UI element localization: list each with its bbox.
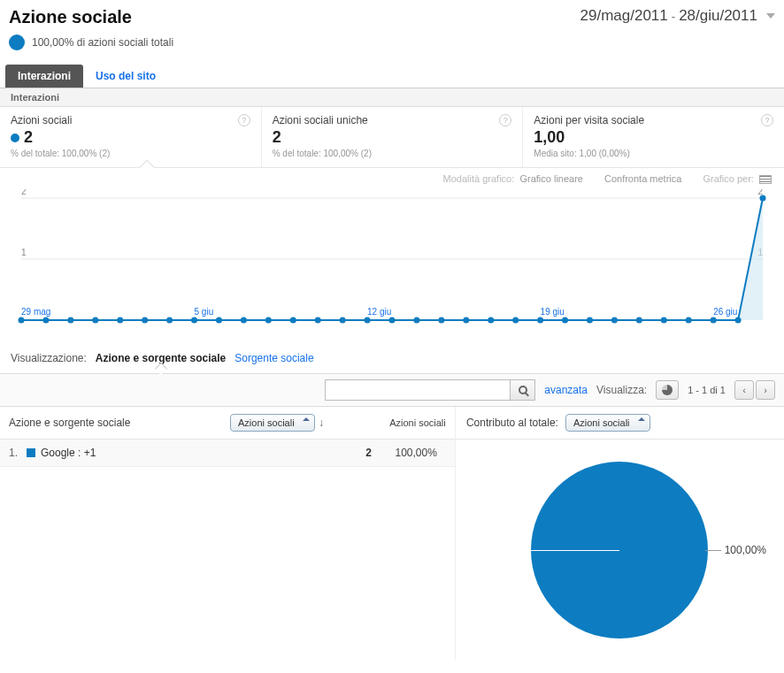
chart-per-label: Grafico per:	[703, 173, 753, 184]
visualization-label: Visualizzazione:	[11, 352, 87, 364]
metric-azioni-per-visita[interactable]: Azioni per visita sociale ? 1,00 Media s…	[523, 107, 784, 167]
pie-slice	[531, 462, 708, 639]
pie-label: 100,00%	[705, 544, 766, 556]
date-separator: -	[672, 10, 675, 23]
row-value: 2	[230, 447, 389, 459]
table-control-bar: avanzata Visualizza: 1 - 1 di 1 ‹ ›	[0, 373, 784, 407]
svg-point-33	[661, 317, 667, 324]
compare-metric-link[interactable]: Confronta metrica	[604, 173, 681, 184]
visualize-label: Visualizza:	[596, 384, 647, 396]
chart-mode-value[interactable]: Grafico lineare	[519, 173, 583, 184]
next-button[interactable]: ›	[756, 380, 775, 400]
svg-point-35	[711, 317, 717, 324]
pie-chart[interactable]: 100,00%	[456, 440, 784, 661]
viz-option-link[interactable]: Sorgente sociale	[234, 352, 313, 364]
chart-controls: Modalità grafico: Grafico lineare Confro…	[0, 168, 784, 189]
subtab-interazioni[interactable]: Interazioni	[0, 88, 784, 107]
svg-point-37	[760, 195, 766, 202]
series-color-icon	[27, 448, 35, 457]
row-index: 1.	[9, 447, 27, 459]
tab-interazioni[interactable]: Interazioni	[5, 65, 83, 88]
svg-text:1: 1	[21, 248, 27, 257]
svg-point-20	[340, 317, 346, 324]
tab-uso-del-sito[interactable]: Uso del sito	[83, 65, 168, 88]
svg-point-14	[191, 317, 197, 324]
metric-label: Azioni sociali uniche	[273, 114, 368, 126]
metric-label: Azioni per visita sociale	[534, 114, 644, 126]
prev-button[interactable]: ‹	[734, 380, 754, 400]
svg-point-17	[265, 317, 272, 324]
row-source: Google : +1	[41, 447, 96, 459]
help-icon[interactable]: ?	[499, 114, 511, 126]
line-chart[interactable]: 112229 mag5 giu12 giu19 giu26 giu	[0, 189, 784, 340]
svg-point-9	[67, 317, 73, 324]
page-title: Azione sociale	[9, 7, 132, 27]
svg-point-19	[315, 317, 321, 324]
svg-text:26 giu: 26 giu	[713, 307, 737, 317]
svg-point-13	[166, 317, 173, 324]
table-header: Azione e sorgente sociale Azioni sociali…	[0, 407, 455, 440]
svg-point-32	[636, 317, 642, 324]
main-tabs: Interazioni Uso del sito	[0, 65, 784, 88]
svg-point-23	[413, 317, 419, 324]
metric-label: Azioni sociali	[11, 114, 72, 126]
search-button[interactable]	[511, 379, 535, 401]
svg-point-34	[686, 317, 692, 324]
search-icon	[519, 386, 527, 394]
svg-point-29	[562, 317, 568, 324]
advanced-link[interactable]: avanzata	[544, 384, 588, 396]
chart-mode-label: Modalità grafico:	[443, 173, 515, 184]
svg-text:12 giu: 12 giu	[367, 307, 391, 317]
metrics-row: Azioni sociali ? 2 % del totale: 100,00%…	[0, 107, 784, 168]
svg-point-30	[587, 317, 593, 324]
svg-text:2: 2	[21, 189, 27, 196]
svg-point-10	[92, 317, 98, 324]
metric-dot-icon	[11, 134, 19, 142]
metric-select-primary[interactable]: Azioni sociali	[230, 414, 315, 432]
subtitle-text: 100,00% di azioni sociali totali	[32, 36, 173, 49]
metric-sub: % del totale: 100,00% (2)	[11, 149, 250, 158]
svg-point-26	[488, 317, 494, 324]
svg-point-28	[537, 317, 543, 324]
svg-point-22	[389, 317, 396, 324]
col-header-actions[interactable]: Azioni sociali	[389, 417, 446, 428]
metric-azioni-sociali-uniche[interactable]: Azioni sociali uniche ? 2 % del totale: …	[262, 107, 524, 167]
metric-value: 2	[273, 128, 281, 147]
metric-sub: Media sito: 1,00 (0,00%)	[534, 149, 773, 158]
svg-point-25	[463, 317, 469, 324]
svg-point-8	[42, 317, 49, 324]
series-dot-icon	[9, 34, 25, 50]
svg-point-15	[216, 317, 222, 324]
metric-sub: % del totale: 100,00% (2)	[273, 149, 512, 158]
leader-line-icon	[705, 550, 721, 551]
sort-down-icon[interactable]: ↓	[319, 417, 324, 429]
col-header-source[interactable]: Azione e sorgente sociale	[9, 417, 230, 429]
visualize-pie-button[interactable]	[656, 380, 679, 400]
help-icon[interactable]: ?	[761, 114, 773, 126]
date-from: 29/mag/2011	[580, 7, 668, 25]
metric-azioni-sociali[interactable]: Azioni sociali ? 2 % del totale: 100,00%…	[0, 107, 262, 167]
table-row[interactable]: 1. Google : +1 2 100,00%	[0, 440, 455, 467]
viz-option-active[interactable]: Azione e sorgente sociale	[96, 352, 226, 364]
metric-value: 1,00	[534, 128, 565, 147]
search-input[interactable]	[325, 379, 511, 401]
svg-point-18	[290, 317, 296, 324]
svg-point-24	[438, 317, 444, 324]
svg-point-36	[735, 317, 742, 324]
date-range-picker[interactable]: 29/mag/2011 - 28/giu/2011	[580, 7, 775, 25]
chart-granularity-icon[interactable]	[759, 175, 772, 184]
chevron-right-icon: ›	[764, 385, 767, 395]
date-to: 28/giu/2011	[679, 7, 757, 25]
metric-value: 2	[24, 128, 33, 147]
svg-point-21	[365, 317, 371, 324]
contribution-label: Contributo al totale:	[466, 417, 558, 429]
chevron-left-icon: ‹	[742, 385, 746, 395]
svg-text:5 giu: 5 giu	[195, 307, 214, 317]
svg-text:29 mag: 29 mag	[21, 307, 50, 317]
svg-point-7	[19, 317, 25, 324]
help-icon[interactable]: ?	[238, 114, 250, 126]
dropdown-arrow-icon	[766, 13, 775, 19]
contribution-select[interactable]: Azioni sociali	[565, 414, 650, 432]
svg-point-11	[117, 317, 123, 324]
pie-icon	[662, 385, 673, 395]
